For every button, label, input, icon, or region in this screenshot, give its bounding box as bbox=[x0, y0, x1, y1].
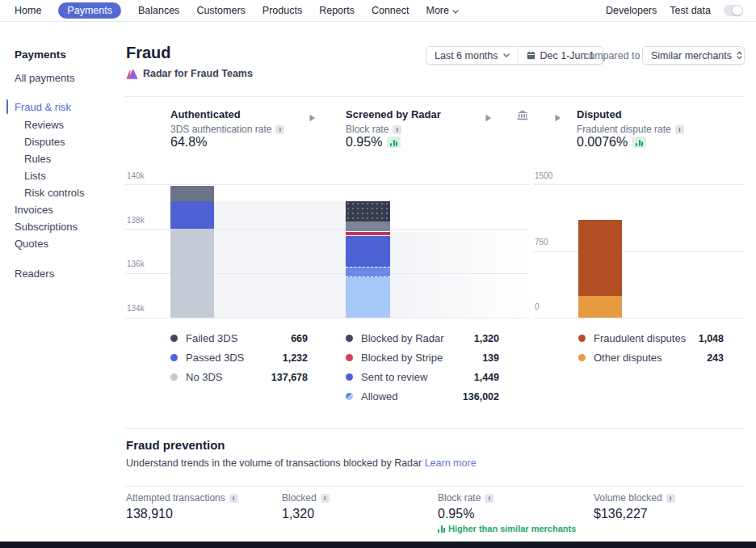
info-icon[interactable]: i bbox=[321, 494, 330, 503]
info-icon[interactable]: i bbox=[675, 125, 684, 134]
metric-value-dispute-rate: 0.0076% bbox=[577, 135, 646, 150]
legend-row-blocked-by-radar: Blocked by Radar1,320 bbox=[346, 332, 499, 344]
section-title: Fraud prevention bbox=[126, 438, 225, 452]
flow-arrow-icon bbox=[309, 111, 316, 125]
range-select-button[interactable]: Last 6 months bbox=[426, 47, 518, 64]
legend-row-other-disputes: Other disputes243 bbox=[578, 352, 724, 364]
bottom-bar bbox=[0, 542, 756, 548]
legend-dot bbox=[578, 335, 586, 342]
funnel-flow-band bbox=[214, 201, 346, 318]
compare-select[interactable]: Similar merchants bbox=[642, 46, 745, 65]
nav-item-connect[interactable]: Connect bbox=[372, 5, 410, 16]
segment-blocked-by-radar-comparison bbox=[346, 221, 390, 231]
nav-item-balances[interactable]: Balances bbox=[138, 5, 179, 16]
stat-label-block-rate: Block ratei bbox=[438, 492, 494, 504]
sidebar-item-readers[interactable]: Readers bbox=[15, 268, 54, 280]
legend-dot bbox=[346, 335, 353, 342]
segment-failed-3ds bbox=[170, 186, 214, 201]
toggle-knob bbox=[733, 6, 742, 15]
info-icon[interactable]: i bbox=[229, 494, 238, 503]
stat-value-volume-blocked: $136,227 bbox=[594, 507, 648, 521]
top-nav-right: Developers Test data bbox=[606, 5, 743, 16]
segment-allowed-comparison bbox=[346, 267, 390, 277]
legend-dot bbox=[346, 393, 353, 400]
stat-label-attempted: Attempted transactionsi bbox=[126, 492, 238, 504]
stat-value-block-rate: 0.95% bbox=[438, 507, 474, 521]
legend-row-passed-3ds: Passed 3DS1,232 bbox=[170, 352, 308, 364]
segment-blocked-by-radar bbox=[346, 201, 390, 221]
legend-dot bbox=[578, 354, 586, 361]
flow-arrow-icon bbox=[485, 111, 492, 125]
legend-row-allowed: Allowed136,002 bbox=[346, 390, 499, 403]
nav-item-payments[interactable]: Payments bbox=[58, 2, 121, 19]
chevron-down-icon bbox=[503, 53, 510, 57]
funnel-flow-band bbox=[390, 232, 533, 318]
nav-item-customers[interactable]: Customers bbox=[196, 5, 245, 16]
info-icon[interactable]: i bbox=[275, 125, 284, 134]
gridline bbox=[125, 184, 529, 185]
nav-item-home[interactable]: Home bbox=[15, 5, 41, 16]
sidebar-item-lists[interactable]: Lists bbox=[24, 170, 46, 182]
segment-passed-3ds bbox=[170, 201, 214, 229]
info-icon[interactable]: i bbox=[393, 125, 401, 134]
metric-label-3ds-rate: 3DS authentication ratei bbox=[170, 124, 284, 135]
gridline bbox=[533, 318, 745, 318]
metric-value-block-rate: 0.95% bbox=[346, 135, 401, 150]
nav-item-reports[interactable]: Reports bbox=[319, 5, 355, 16]
compared-to-label: compared to bbox=[584, 50, 640, 61]
nav-item-developers[interactable]: Developers bbox=[606, 5, 657, 16]
test-data-label: Test data bbox=[670, 5, 711, 16]
legend-dot bbox=[170, 335, 178, 342]
y-tick: 0 bbox=[535, 302, 540, 311]
stat-label-volume-blocked: Volume blockedi bbox=[594, 492, 675, 504]
column-title-authenticated: Authenticated bbox=[170, 108, 241, 120]
metric-label-dispute-rate: Fradulent dispute ratei bbox=[577, 124, 684, 135]
compare-select-value: Similar merchants bbox=[651, 50, 732, 61]
y-tick: 140k bbox=[127, 171, 145, 180]
stats-divider bbox=[125, 486, 745, 487]
sidebar-item-rules[interactable]: Rules bbox=[24, 153, 51, 165]
stat-value-attempted: 138,910 bbox=[126, 507, 173, 521]
top-nav: Home Payments Balances Customers Product… bbox=[0, 0, 756, 22]
sidebar-item-invoices[interactable]: Invoices bbox=[15, 204, 53, 216]
segment-other-disputes bbox=[578, 296, 622, 318]
legend-row-no-3ds: No 3DS137,678 bbox=[170, 371, 308, 383]
sidebar-active-indicator bbox=[6, 99, 8, 114]
metric-value-3ds-rate: 64.8% bbox=[170, 135, 207, 150]
legend-row-blocked-by-stripe: Blocked by Stripe139 bbox=[346, 352, 499, 364]
segment-fraudulent-disputes bbox=[578, 220, 622, 296]
nav-item-products[interactable]: Products bbox=[262, 5, 302, 16]
gridline bbox=[533, 184, 745, 185]
bar-chart-trend-icon[interactable] bbox=[387, 137, 401, 148]
y-tick: 750 bbox=[535, 238, 548, 247]
legend-row-fraudulent-disputes: Fraudulent disputes1,048 bbox=[578, 332, 724, 344]
sidebar-item-reviews[interactable]: Reviews bbox=[24, 119, 64, 131]
nav-item-more[interactable]: More bbox=[426, 5, 459, 16]
product-badge: Radar for Fraud Teams bbox=[126, 68, 253, 79]
legend-dot bbox=[170, 354, 178, 361]
updown-chevrons-icon bbox=[737, 51, 742, 60]
info-icon[interactable]: i bbox=[485, 494, 494, 503]
learn-more-link[interactable]: Learn more bbox=[425, 457, 477, 469]
bar-disputed bbox=[578, 220, 622, 318]
y-tick: 1500 bbox=[535, 171, 552, 180]
product-badge-label: Radar for Fraud Teams bbox=[143, 68, 253, 79]
legend-row-failed-3ds: Failed 3DS669 bbox=[170, 332, 308, 344]
column-title-disputed: Disputed bbox=[577, 108, 622, 120]
sidebar-item-fraud-risk[interactable]: Fraud & risk bbox=[15, 101, 71, 113]
info-icon[interactable]: i bbox=[666, 494, 675, 503]
date-filter-group: Last 6 months Dec 1-Jun 1 bbox=[426, 46, 603, 65]
sidebar-item-quotes[interactable]: Quotes bbox=[15, 238, 48, 250]
sidebar-item-risk-controls[interactable]: Risk controls bbox=[24, 187, 84, 199]
gridline bbox=[125, 318, 529, 318]
radar-logo-icon bbox=[126, 69, 138, 79]
legend-dot bbox=[346, 354, 353, 361]
sidebar-item-all-payments[interactable]: All payments bbox=[15, 72, 74, 84]
stripe-dashboard: Home Payments Balances Customers Product… bbox=[0, 0, 756, 548]
section-divider bbox=[125, 428, 745, 429]
test-data-toggle[interactable] bbox=[724, 5, 743, 16]
sidebar-item-disputes[interactable]: Disputes bbox=[24, 136, 65, 148]
sidebar-item-subscriptions[interactable]: Subscriptions bbox=[15, 221, 78, 233]
bar-chart-trend-icon[interactable] bbox=[632, 137, 646, 148]
header-divider bbox=[125, 96, 745, 97]
